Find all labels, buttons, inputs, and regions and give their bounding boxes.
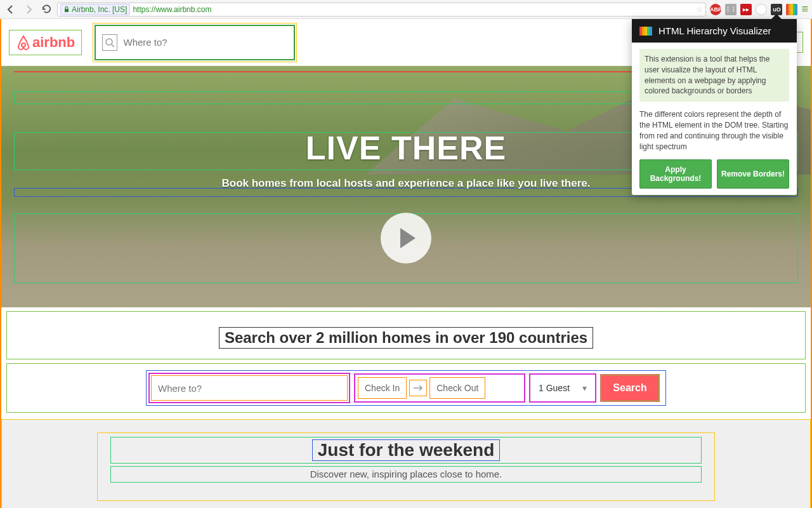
back-button[interactable] xyxy=(4,3,18,17)
guests-field-wrap: 1 Guest ▾ xyxy=(529,373,596,403)
url-text: https://www.airbnb.com xyxy=(133,5,211,14)
header-search[interactable] xyxy=(95,25,295,60)
search-bar-section: Check In Check Out 1 Guest ▾ Search xyxy=(6,363,806,413)
logo-text: airbnb xyxy=(32,34,75,51)
weekend-section: Just for the weekend Discover new, inspi… xyxy=(1,419,811,508)
extension-title: HTML Hierarchy Visualizer xyxy=(658,25,771,36)
search-bar: Check In Check Out 1 Guest ▾ Search xyxy=(146,370,666,406)
page-content: airbnb Become a Host LIVE THERE Book hom… xyxy=(0,19,812,508)
hamburger-menu-icon[interactable]: ≡ xyxy=(801,3,808,16)
svg-line-2 xyxy=(112,44,114,47)
extension-desc-1: This extension is a tool that helps the … xyxy=(639,49,789,102)
reload-button[interactable] xyxy=(39,3,53,17)
forward-button[interactable] xyxy=(22,3,36,17)
extension-header: HTML Hierarchy Visualizer xyxy=(632,19,797,43)
search-button[interactable]: Search xyxy=(600,374,660,402)
apply-backgrounds-button[interactable]: Apply Backgrounds! xyxy=(639,159,712,189)
guests-label: 1 Guest xyxy=(539,383,570,393)
ssl-badge: Airbnb, Inc. [US] xyxy=(60,4,130,15)
where-field-wrap xyxy=(148,373,350,403)
search-title: Search over 2 million homes in over 190 … xyxy=(219,327,593,349)
play-icon xyxy=(400,228,416,248)
header-search-input[interactable] xyxy=(124,37,288,48)
ext-icon-2[interactable] xyxy=(756,4,767,15)
extension-logo-icon xyxy=(639,27,652,36)
hero-title: LIVE THERE xyxy=(306,129,506,167)
checkout-field[interactable]: Check Out xyxy=(429,377,485,399)
lock-icon xyxy=(63,6,70,13)
date-fields: Check In Check Out xyxy=(354,373,525,403)
youtube-icon[interactable]: ▸▸ xyxy=(740,4,752,15)
play-button[interactable] xyxy=(381,213,431,264)
extension-popup: HTML Hierarchy Visualizer This extension… xyxy=(632,19,797,195)
weekend-title: Just for the weekend xyxy=(312,439,501,461)
star-icon[interactable]: ☆ xyxy=(696,5,703,14)
ssl-label: Airbnb, Inc. [US] xyxy=(72,5,127,14)
extension-icons: ABP ⋮⋮ ▸▸ uO ≡ xyxy=(710,3,808,16)
hero-subtitle: Book homes from local hosts and experien… xyxy=(221,177,590,190)
address-bar[interactable]: Airbnb, Inc. [US] https://www.airbnb.com… xyxy=(57,3,706,17)
remove-borders-button[interactable]: Remove Borders! xyxy=(717,159,789,189)
svg-point-1 xyxy=(106,39,112,45)
logo-mark-icon xyxy=(16,34,31,51)
ext-icon-1[interactable]: ⋮⋮ xyxy=(725,4,737,15)
visualizer-ext-icon[interactable] xyxy=(786,4,797,15)
search-icon xyxy=(102,34,117,51)
weekend-subtitle: Discover new, inspiring places close to … xyxy=(310,469,502,479)
extension-desc-2: The different colors represent the depth… xyxy=(639,109,789,152)
guests-select[interactable]: 1 Guest ▾ xyxy=(533,377,593,399)
logo[interactable]: airbnb xyxy=(9,30,82,55)
svg-rect-0 xyxy=(65,9,69,12)
search-title-section: Search over 2 million homes in over 190 … xyxy=(6,311,806,359)
checkin-field[interactable]: Check In xyxy=(358,377,407,399)
date-arrow-icon xyxy=(409,380,427,396)
chevron-down-icon: ▾ xyxy=(582,383,587,393)
adblock-icon[interactable]: ABP xyxy=(710,4,721,15)
where-input[interactable] xyxy=(151,375,348,401)
ublock-icon[interactable]: uO xyxy=(771,4,782,15)
browser-toolbar: Airbnb, Inc. [US] https://www.airbnb.com… xyxy=(0,0,812,19)
